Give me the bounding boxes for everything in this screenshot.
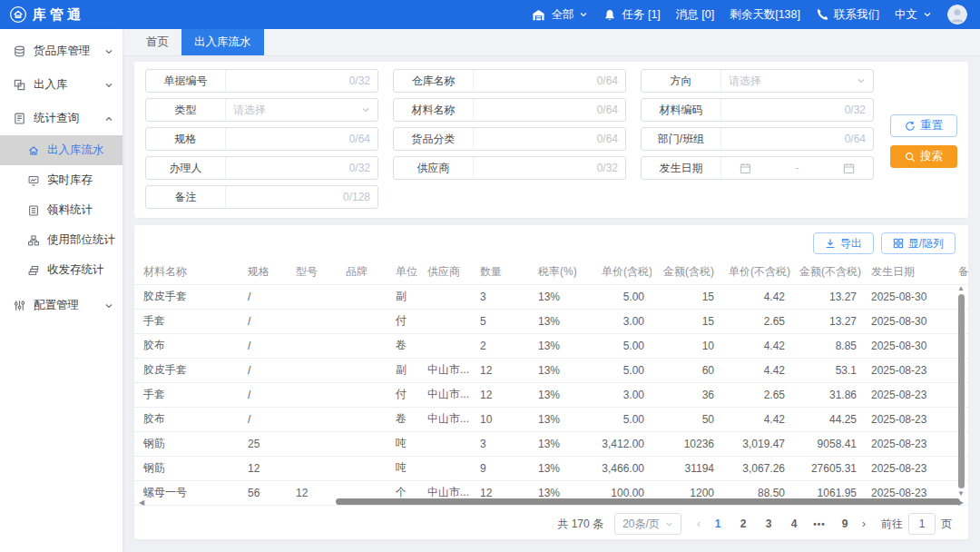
- sidebar-item-material-stats[interactable]: 领料统计: [0, 195, 122, 225]
- column-header[interactable]: 发生日期: [864, 260, 951, 284]
- reset-button-label: 重置: [920, 118, 943, 133]
- column-header[interactable]: 金额(含税): [652, 260, 721, 284]
- tasks-item[interactable]: 任务 [1]: [603, 7, 660, 23]
- remark-input[interactable]: [233, 186, 339, 208]
- table-row[interactable]: 手套/付513%3.00152.6513.272025-08-30: [134, 309, 968, 333]
- handler-input[interactable]: [233, 157, 346, 179]
- horizontal-scrollbar[interactable]: ◀ ▶: [134, 498, 968, 507]
- column-header[interactable]: 品牌: [338, 260, 388, 284]
- field-direction[interactable]: 方向 请选择: [641, 69, 874, 93]
- page-size-select[interactable]: 20条/页: [614, 513, 681, 535]
- table-cell: [289, 407, 338, 431]
- contact-item[interactable]: 联系我们: [816, 7, 879, 23]
- table-row[interactable]: 手套/付中山市...1213%3.00362.6531.862025-08-23: [134, 382, 968, 407]
- table-cell: [289, 456, 338, 480]
- table-cell: 2025-08-23: [864, 358, 951, 382]
- select-placeholder: 请选择: [233, 103, 361, 118]
- export-button[interactable]: 导出: [813, 232, 874, 254]
- warehouse-scope-dropdown[interactable]: 全部: [532, 7, 588, 23]
- tab-home[interactable]: 首页: [133, 29, 181, 55]
- sidebar-item-in-out[interactable]: 出入库: [0, 68, 122, 102]
- field-type[interactable]: 类型 请选择: [145, 98, 378, 122]
- sidebar-item-inout-balance-stats[interactable]: 收发存统计: [0, 255, 122, 285]
- table-row[interactable]: 胶皮手套/副313%5.00154.4213.272025-08-30: [134, 284, 968, 309]
- column-header[interactable]: 数量: [473, 260, 531, 284]
- messages-item[interactable]: 消息 [0]: [676, 7, 714, 23]
- scroll-down-arrow-icon[interactable]: ▼: [957, 490, 965, 498]
- table-cell: 13%: [531, 407, 594, 431]
- monitor-chart-icon: [27, 174, 40, 187]
- chevron-down-icon: [923, 10, 932, 19]
- search-button[interactable]: 搜索: [890, 145, 957, 168]
- page-button[interactable]: 3: [759, 518, 779, 530]
- page-button[interactable]: 9: [835, 518, 855, 530]
- page-button[interactable]: 4: [784, 518, 804, 530]
- horizontal-scrollbar-thumb[interactable]: [336, 498, 960, 505]
- warehouse-input[interactable]: [481, 70, 593, 92]
- table-row[interactable]: 胶布/卷213%5.00104.428.852025-08-30: [134, 333, 968, 358]
- column-header[interactable]: 金额(不含税): [792, 260, 864, 284]
- supplier-input[interactable]: [481, 157, 593, 179]
- sidebar-item-config[interactable]: 配置管理: [0, 289, 122, 322]
- column-header[interactable]: 备注: [951, 260, 968, 284]
- sidebar-item-realtime-stock[interactable]: 实时库存: [0, 165, 122, 195]
- next-page-button[interactable]: ›: [862, 518, 866, 530]
- table-row[interactable]: 胶皮手套/副中山市...1213%5.00604.4253.12025-08-2…: [134, 358, 968, 382]
- page-button[interactable]: 2: [733, 518, 753, 530]
- column-header[interactable]: 供应商: [420, 260, 473, 284]
- table-cell: 5.00: [594, 358, 652, 382]
- scroll-right-arrow-icon[interactable]: ▶: [958, 498, 964, 507]
- table-cell: 4.42: [721, 333, 792, 358]
- table-row[interactable]: 胶布/卷中山市...1013%5.00504.4244.252025-08-23: [134, 407, 968, 431]
- field-label: 办理人: [146, 157, 226, 179]
- column-header[interactable]: 单价(含税): [594, 260, 652, 284]
- page-button[interactable]: 1: [708, 518, 728, 530]
- table-cell: 13%: [531, 382, 594, 407]
- column-header[interactable]: 材料名称: [134, 260, 240, 284]
- tab-inout-flow[interactable]: 出入库流水: [181, 29, 264, 55]
- days-left-item[interactable]: 剩余天数[138]: [730, 7, 800, 23]
- show-hide-columns-button[interactable]: 显/隐列: [881, 232, 956, 254]
- spec-input[interactable]: [233, 128, 346, 150]
- field-label: 仓库名称: [394, 70, 474, 92]
- column-header[interactable]: 单位: [388, 260, 420, 284]
- scroll-left-arrow-icon[interactable]: ◀: [139, 498, 144, 507]
- user-avatar[interactable]: [947, 5, 967, 25]
- material-name-input[interactable]: [481, 99, 593, 121]
- goto-page-input[interactable]: [908, 513, 936, 535]
- column-header[interactable]: 型号: [289, 260, 338, 284]
- table-cell: 3,019.47: [721, 431, 792, 456]
- table-cell: 胶皮手套: [134, 358, 240, 382]
- category-input[interactable]: [481, 128, 593, 150]
- reset-button[interactable]: 重置: [890, 114, 957, 137]
- char-counter: 0/32: [349, 74, 370, 87]
- column-header[interactable]: 税率(%): [531, 260, 594, 284]
- table-row[interactable]: 钢筋25吨313%3,412.00102363,019.479058.41202…: [134, 431, 968, 456]
- calendar-icon[interactable]: [740, 163, 751, 174]
- language-dropdown[interactable]: 中文: [895, 7, 932, 23]
- table-cell: 2: [473, 333, 531, 358]
- char-counter: 0/64: [845, 133, 866, 145]
- sidebar-item-label: 货品库管理: [34, 44, 91, 59]
- calendar-icon[interactable]: [843, 163, 855, 174]
- column-header[interactable]: 单价(不含税): [721, 260, 792, 284]
- vertical-scrollbar[interactable]: ▲ ▼: [956, 285, 966, 498]
- prev-page-button[interactable]: ‹: [697, 518, 701, 530]
- table-cell: 3,067.26: [721, 456, 792, 480]
- column-header[interactable]: 规格: [240, 260, 289, 284]
- sidebar-item-stats-query[interactable]: 统计查询: [0, 102, 122, 135]
- vertical-scrollbar-thumb[interactable]: [958, 294, 965, 488]
- material-code-input[interactable]: [729, 99, 841, 121]
- sidebar-item-label: 收发存统计: [47, 262, 104, 278]
- field-date-range[interactable]: 发生日期 -: [641, 156, 874, 180]
- table-cell: [289, 284, 338, 309]
- table-cell: 钢筋: [134, 431, 240, 456]
- sidebar-item-usage-position-stats[interactable]: 使用部位统计: [0, 225, 122, 255]
- table-row[interactable]: 钢筋12吨913%3,466.00311943,067.2627605.3120…: [134, 456, 968, 480]
- scroll-up-arrow-icon[interactable]: ▲: [957, 285, 965, 292]
- sidebar-item-inout-flow[interactable]: 出入库流水: [0, 135, 122, 165]
- department-input[interactable]: [729, 128, 841, 150]
- sidebar-item-goods-db[interactable]: 货品库管理: [0, 34, 122, 68]
- doc-no-input[interactable]: [233, 70, 346, 92]
- pagination-ellipsis[interactable]: •••: [809, 519, 829, 529]
